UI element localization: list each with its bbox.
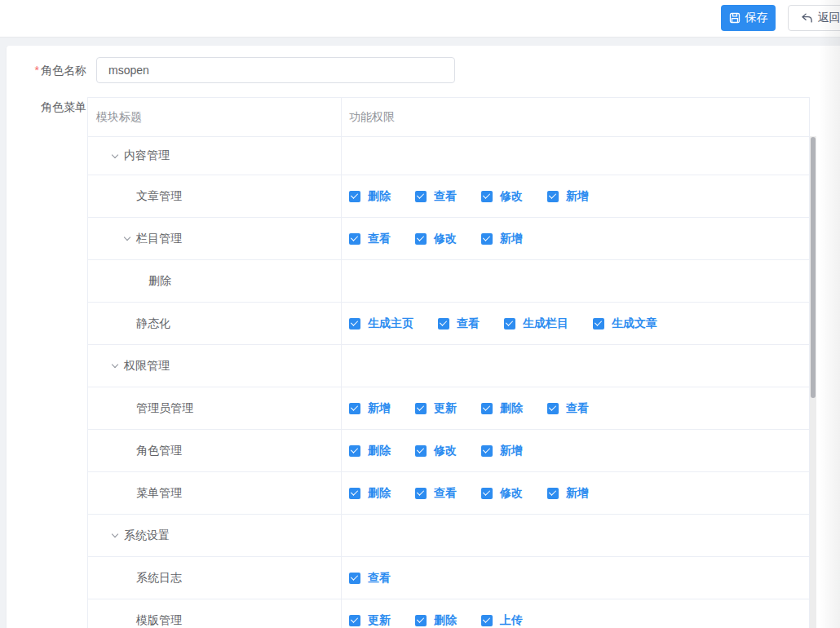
permission-checkbox[interactable]: 新增 <box>547 189 589 204</box>
checkbox-icon[interactable] <box>547 191 559 202</box>
checkbox-label: 生成栏目 <box>523 316 568 331</box>
expand-toggle[interactable] <box>124 235 136 242</box>
checkbox-icon[interactable] <box>481 403 493 414</box>
permission-checkbox[interactable]: 生成主页 <box>349 316 413 331</box>
permission-checkbox[interactable]: 查看 <box>415 189 457 204</box>
chevron-down-icon[interactable] <box>124 235 131 242</box>
tree-indent <box>96 365 112 366</box>
checkbox-icon[interactable] <box>349 318 360 329</box>
checkbox-label: 查看 <box>368 232 391 246</box>
role-name-input[interactable] <box>96 57 455 83</box>
save-button[interactable]: 保存 <box>721 5 776 31</box>
checkbox-icon[interactable] <box>481 191 493 202</box>
module-title-cell: 菜单管理 <box>88 472 342 514</box>
checkbox-icon[interactable] <box>349 191 360 202</box>
expand-toggle[interactable] <box>124 617 136 624</box>
permission-checkbox[interactable]: 生成文章 <box>593 316 657 331</box>
permission-checkbox[interactable]: 修改 <box>481 486 523 501</box>
permission-checkbox[interactable]: 生成栏目 <box>504 316 568 331</box>
expand-toggle[interactable] <box>124 489 136 497</box>
checkbox-label: 新增 <box>500 444 523 458</box>
checkbox-icon[interactable] <box>481 445 493 457</box>
expand-toggle[interactable] <box>124 192 136 200</box>
permission-checkbox[interactable]: 删除 <box>349 486 391 501</box>
table-scrollbar-thumb[interactable] <box>811 137 816 398</box>
chevron-down-icon[interactable] <box>112 532 119 539</box>
permission-checkbox[interactable]: 查看 <box>415 486 457 501</box>
checkbox-icon[interactable] <box>547 403 559 414</box>
checkbox-icon[interactable] <box>349 233 360 245</box>
table-row: 删除 <box>88 260 809 303</box>
permission-checkbox[interactable]: 查看 <box>349 232 391 246</box>
permissions-cell: 查看修改新增 <box>342 218 809 259</box>
permission-checkbox[interactable]: 删除 <box>349 189 391 204</box>
checkbox-icon[interactable] <box>415 233 427 245</box>
checkbox-icon[interactable] <box>349 445 360 457</box>
permission-checkbox[interactable]: 删除 <box>415 613 457 628</box>
permission-checkbox[interactable]: 查看 <box>438 316 480 331</box>
expand-toggle[interactable] <box>124 447 136 454</box>
permission-checkbox[interactable]: 新增 <box>349 401 391 416</box>
checkbox-label: 修改 <box>500 189 523 204</box>
chevron-down-icon[interactable] <box>112 362 119 369</box>
checkbox-label: 修改 <box>434 232 457 246</box>
checkbox-icon[interactable] <box>481 233 493 245</box>
checkbox-label: 生成主页 <box>368 316 413 331</box>
checkbox-icon[interactable] <box>415 191 427 202</box>
checkbox-icon[interactable] <box>349 403 360 414</box>
checkbox-label: 新增 <box>566 189 589 204</box>
save-button-label: 保存 <box>745 11 768 25</box>
permission-checkbox[interactable]: 修改 <box>481 189 523 204</box>
permission-checkbox[interactable]: 新增 <box>547 486 589 501</box>
role-menu-label-text: 角色菜单 <box>41 100 86 113</box>
module-title-cell: 栏目管理 <box>88 218 342 259</box>
table-header-row: 模块标题 功能权限 <box>88 98 809 137</box>
permission-checkbox[interactable]: 更新 <box>415 401 457 416</box>
permission-checkbox[interactable]: 删除 <box>481 401 523 416</box>
checkbox-label: 上传 <box>500 613 523 628</box>
permission-checkbox[interactable]: 查看 <box>547 401 589 416</box>
table-row: 文章管理 删除查看修改新增 <box>88 175 809 218</box>
checkbox-label: 查看 <box>434 189 457 204</box>
permission-checkbox[interactable]: 修改 <box>415 232 457 246</box>
expand-toggle[interactable] <box>112 362 124 369</box>
checkbox-icon[interactable] <box>415 445 427 457</box>
permission-checkbox[interactable]: 删除 <box>349 444 391 458</box>
save-icon <box>729 12 741 24</box>
content-card: *角色名称 角色菜单 模块标题 功能权限 内容管理 文章管理 删除查看修改新增 <box>7 46 840 628</box>
column-header-module-title: 模块标题 <box>88 98 342 136</box>
permission-checkbox[interactable]: 查看 <box>349 571 391 586</box>
expand-toggle[interactable] <box>112 532 124 539</box>
expand-toggle[interactable] <box>124 574 136 582</box>
checkbox-icon[interactable] <box>593 318 604 329</box>
table-row: 系统日志 查看 <box>88 557 809 599</box>
table-row: 栏目管理 查看修改新增 <box>88 218 809 260</box>
expand-toggle[interactable] <box>124 320 136 327</box>
checkbox-icon[interactable] <box>349 615 360 626</box>
checkbox-icon[interactable] <box>438 318 449 329</box>
checkbox-icon[interactable] <box>415 403 427 414</box>
checkbox-icon[interactable] <box>547 488 559 499</box>
permission-checkbox[interactable]: 上传 <box>481 613 523 628</box>
permission-checkbox[interactable]: 更新 <box>349 613 391 628</box>
checkbox-icon[interactable] <box>504 318 515 329</box>
checkbox-icon[interactable] <box>349 573 360 584</box>
role-name-label: *角色名称 <box>7 57 86 83</box>
back-button[interactable]: 返回 <box>788 5 840 31</box>
checkbox-icon[interactable] <box>349 488 360 499</box>
table-row: 模版管理 更新删除上传 <box>88 599 809 628</box>
permission-checkbox[interactable]: 新增 <box>481 444 523 458</box>
expand-toggle[interactable] <box>136 277 148 285</box>
expand-toggle[interactable] <box>124 405 136 412</box>
checkbox-icon[interactable] <box>481 615 493 626</box>
tree-indent <box>96 535 112 536</box>
expand-toggle[interactable] <box>112 153 124 160</box>
permission-checkbox[interactable]: 修改 <box>415 444 457 458</box>
permission-checkbox[interactable]: 新增 <box>481 232 523 246</box>
checkbox-label: 删除 <box>434 613 457 628</box>
checkbox-icon[interactable] <box>481 488 493 499</box>
checkbox-icon[interactable] <box>415 615 427 626</box>
top-toolbar: 保存 返回 <box>0 0 840 38</box>
chevron-down-icon[interactable] <box>112 153 119 160</box>
checkbox-icon[interactable] <box>415 488 427 499</box>
